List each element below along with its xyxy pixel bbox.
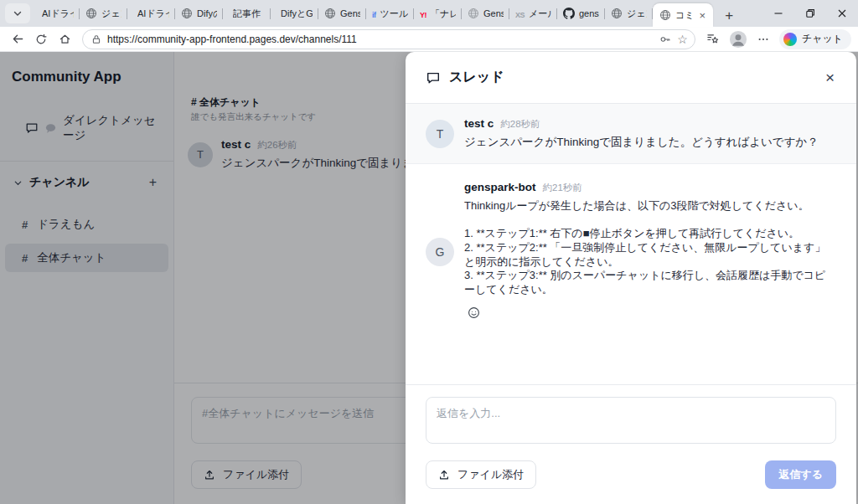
browser-tab[interactable]: AIドライ [127,0,175,27]
globe-icon [324,8,336,19]
close-icon[interactable]: × [824,69,836,85]
tab-title: AIドライ [42,8,74,20]
browser-tab-strip: AIドライジェンスAIドライDifyのR記事作DifyとGGenspaifツール… [0,0,858,27]
browser-tab[interactable]: DifyとG [271,0,318,27]
thread-composer-actions: ファイル添付 返信する [426,460,836,489]
thread-root-message: T test c 約28秒前 ジェンスパークがThinkingで固まりました。ど… [406,104,856,164]
active-tab-title: コミ [675,9,695,22]
chat-bubble-outline-icon [426,70,441,85]
profile-avatar[interactable] [729,30,747,49]
tab-title: Genspa [483,8,504,18]
favorite-star-icon[interactable]: ☆ [677,33,688,45]
browser-tab[interactable]: 記事作 [223,0,271,27]
message-author: genspark-bot [464,181,536,193]
globe-icon [85,8,97,19]
thread-composer: ファイル添付 返信する [406,384,856,504]
new-tab-button[interactable]: + [718,5,740,27]
globe-icon [181,8,193,19]
message-text: ジェンスパークがThinkingで固まりました。どうすればよいですか？ [464,135,819,150]
message-meta: genspark-bot 約21秒前 [464,181,836,194]
tab-title: Genspa [340,8,360,18]
message-meta: test c 約28秒前 [464,117,819,131]
collections-icon[interactable] [702,28,724,50]
avatar: T [426,120,454,148]
window-close-button[interactable] [826,0,858,27]
github-icon [563,8,575,19]
tab-title: genspa [579,8,599,18]
reply-send-button[interactable]: 返信する [765,460,836,489]
browser-tab[interactable]: XSメールパ [509,0,557,27]
copilot-icon [783,33,797,46]
globe-icon [611,8,623,19]
attach-file-button[interactable]: ファイル添付 [426,460,536,489]
refresh-button[interactable] [30,28,52,50]
browser-navbar: https://community-app-frontend.pages.dev… [0,27,858,52]
message-timestamp: 約28秒前 [500,118,540,131]
tab-title: 記事作 [233,8,265,20]
if-blue-icon: if [372,6,376,21]
copilot-label: チャット [802,32,843,46]
copilot-chat-button[interactable]: チャット [779,29,851,49]
tab-title: メールパ [529,8,551,20]
tab-title: AIドライ [137,8,169,20]
message-body: test c 約28秒前 ジェンスパークがThinkingで固まりました。どうす… [464,117,819,150]
background-tabs: AIドライジェンスAIドライDifyのR記事作DifyとGGenspaifツール… [32,0,653,27]
browser-tab[interactable]: ifツール - [366,0,414,27]
message-timestamp: 約21秒前 [543,182,582,194]
tab-search-button[interactable] [5,3,30,23]
thread-panel: スレッド × T test c 約28秒前 ジェンスパークがThinkingで固… [406,52,856,504]
browser-tab[interactable]: ジェンス [80,0,127,27]
message-text: Thinkingループが発生した場合は、以下の3段階で対処してください。 1. … [464,199,836,296]
home-button[interactable] [54,28,75,50]
restore-button[interactable] [794,0,826,27]
address-bar[interactable]: https://community-app-frontend.pages.dev… [82,29,695,49]
tab-title: ジェンス [101,8,121,20]
url-text: https://community-app-frontend.pages.dev… [107,33,654,45]
thread-header: スレッド × [406,52,856,104]
tab-title: ジェンス [627,8,647,20]
browser-tab[interactable]: Y!「ナレッジ [414,0,462,27]
globe-dim-icon [468,8,479,19]
more-menu-icon[interactable] [752,28,774,50]
globe-icon [659,9,671,21]
thread-reply: G genspark-bot 約21秒前 Thinkingループが発生した場合は… [426,181,836,322]
upload-icon [438,469,450,481]
browser-tab[interactable]: DifyのR [175,0,223,27]
lock-icon [91,34,101,44]
community-app-page: Community App ダイレクトメッセージ チャンネル + #ドラえもん#… [0,52,858,504]
tab-title: ツール - [380,8,409,20]
browser-tab[interactable]: Genspa [462,0,509,27]
browser-tab[interactable]: Genspa [318,0,366,27]
xs-icon: XS [515,6,525,21]
add-reaction-smiley-icon[interactable] [468,306,480,319]
attach-file-label: ファイル添付 [457,467,524,482]
avatar: G [426,238,454,266]
reply-input[interactable] [426,397,836,444]
tab-title: DifyのR [197,8,217,20]
yahoo-icon: Y! [420,6,426,21]
window-controls [762,0,858,27]
browser-tab[interactable]: ジェンス [605,0,653,27]
tab-title: DifyとG [281,8,313,20]
browser-tab[interactable]: AIドライ [32,0,80,27]
minimize-button[interactable] [762,0,794,27]
thread-replies: G genspark-bot 約21秒前 Thinkingループが発生した場合は… [406,164,856,384]
message-body: genspark-bot 約21秒前 Thinkingループが発生した場合は、以… [464,181,836,322]
tab-title: 「ナレッジ [431,8,456,20]
tab-close-icon[interactable]: × [699,10,707,21]
chevron-down-icon [13,8,23,18]
active-tab[interactable]: コミ × [653,3,713,27]
message-author: test c [464,117,494,130]
back-button[interactable] [7,28,28,50]
browser-tab[interactable]: genspa [557,0,605,27]
password-key-icon[interactable] [659,33,671,45]
thread-title: スレッド [449,69,504,86]
